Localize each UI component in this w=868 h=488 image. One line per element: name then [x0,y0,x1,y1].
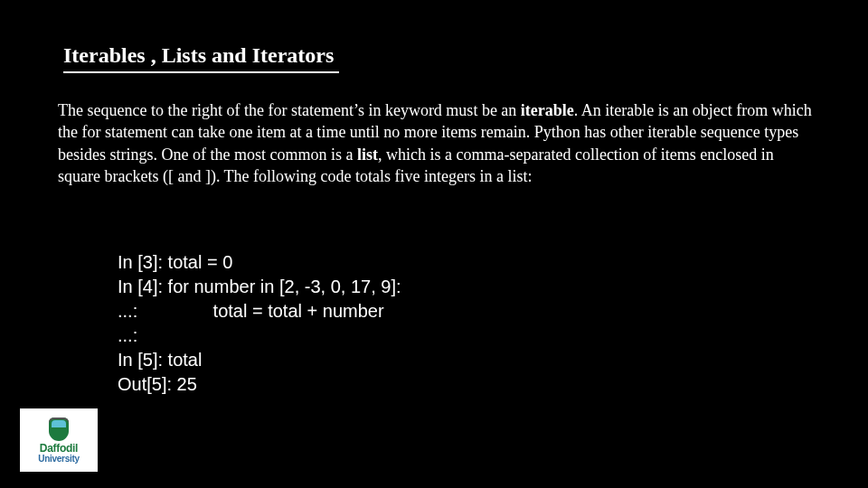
paragraph-text: The sequence to the right of the for sta… [58,101,521,119]
code-block: In [3]: total = 0 In [4]: for number in … [118,226,401,397]
keyword-list: list [357,145,378,164]
logo-text-line2: University [38,455,79,464]
slide-paragraph: The sequence to the right of the for sta… [58,99,817,187]
code-line: In [4]: for number in [2, -3, 0, 17, 9]: [118,277,401,296]
code-line: In [3]: total = 0 [118,252,232,272]
keyword-iterable: iterable [521,101,574,119]
shield-icon [49,418,69,441]
code-line: In [5]: total [118,350,202,370]
code-line: Out[5]: 25 [118,374,197,394]
code-line: ...: total = total + number [118,301,384,321]
university-logo: Daffodil University [20,408,98,472]
logo-text-line1: Daffodil [40,443,78,454]
code-line: ...: [118,325,137,345]
slide-title: Iterables , Lists and Iterators [63,43,339,73]
slide: Iterables , Lists and Iterators The sequ… [0,0,868,488]
